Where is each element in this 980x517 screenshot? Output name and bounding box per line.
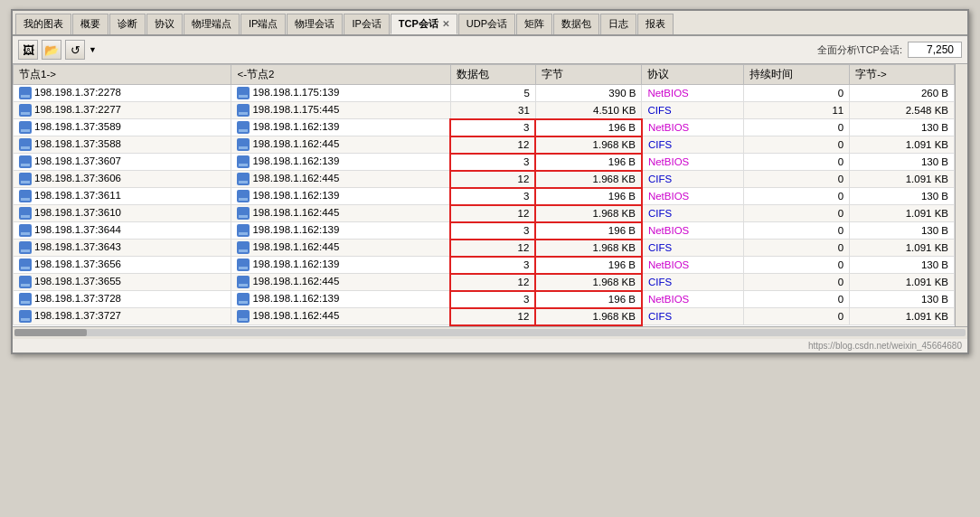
cell-node2: 198.198.1.162:139 <box>231 119 450 136</box>
cell-protocol: NetBIOS <box>642 154 744 171</box>
tab-报表[interactable]: 报表 <box>637 14 674 34</box>
table-row[interactable]: 198.198.1.37:3606198.198.1.162:445121.96… <box>14 171 955 188</box>
cell-packets: 3 <box>450 257 535 274</box>
cell-node2: 198.198.1.175:139 <box>231 85 450 102</box>
tab-label: UDP会话 <box>466 18 507 29</box>
tab-我的图表[interactable]: 我的图表 <box>15 14 71 34</box>
tab-物理端点[interactable]: 物理端点 <box>184 14 240 34</box>
cell-packets: 12 <box>450 240 535 257</box>
network-icon <box>19 87 32 99</box>
tab-close-icon[interactable]: ✕ <box>442 19 449 29</box>
cell-node2: 198.198.1.175:445 <box>231 102 450 119</box>
tab-TCP会话[interactable]: TCP会话✕ <box>391 14 457 34</box>
cell-duration: 0 <box>744 240 850 257</box>
network-icon <box>237 121 250 134</box>
network-icon <box>19 155 32 168</box>
cell-duration: 0 <box>744 85 850 102</box>
cell-node2: 198.198.1.162:139 <box>231 222 450 240</box>
cell-bytes-out: 130 B <box>850 257 955 274</box>
cell-bytes: 196 B <box>535 154 642 171</box>
table-row[interactable]: 198.198.1.37:2277198.198.1.175:445314.51… <box>14 102 955 119</box>
table-row[interactable]: 198.198.1.37:3610198.198.1.162:445121.96… <box>14 205 955 222</box>
table-row[interactable]: 198.198.1.37:3727198.198.1.162:445121.96… <box>14 308 955 325</box>
network-icon <box>19 190 32 202</box>
toolbar-left: 🖼 📂 ↺ ▼ <box>18 40 97 60</box>
cell-protocol: CIFS <box>642 102 744 119</box>
network-icon <box>19 104 32 117</box>
open-button[interactable]: 📂 <box>42 40 61 60</box>
horizontal-scrollbar[interactable] <box>13 326 967 339</box>
network-icon <box>237 87 250 99</box>
tab-矩阵[interactable]: 矩阵 <box>516 14 552 34</box>
cell-bytes: 4.510 KB <box>535 102 642 119</box>
save-button[interactable]: 🖼 <box>18 40 38 60</box>
table-row[interactable]: 198.198.1.37:3656198.198.1.162:1393196 B… <box>14 257 955 274</box>
cell-duration: 0 <box>744 274 850 291</box>
network-icon <box>19 241 32 254</box>
cell-node1: 198.198.1.37:3727 <box>14 308 231 325</box>
tab-诊断[interactable]: 诊断 <box>109 14 146 34</box>
cell-node2: 198.198.1.162:445 <box>231 171 450 188</box>
tab-bar: 我的图表概要诊断协议物理端点IP端点物理会话IP会话TCP会话✕UDP会话矩阵数… <box>13 11 967 36</box>
cell-duration: 0 <box>744 257 850 274</box>
scrollbar-thumb[interactable] <box>14 329 87 336</box>
table-row[interactable]: 198.198.1.37:3607198.198.1.162:1393196 B… <box>14 154 955 171</box>
tab-label: 矩阵 <box>524 18 544 29</box>
tab-IP端点[interactable]: IP端点 <box>240 14 286 34</box>
table-row[interactable]: 198.198.1.37:3611198.198.1.162:1393196 B… <box>14 188 955 205</box>
network-icon <box>19 121 32 134</box>
vertical-scrollbar[interactable] <box>955 64 967 326</box>
analysis-value: 7,250 <box>908 42 962 58</box>
network-icon <box>19 173 32 185</box>
tab-label: 协议 <box>155 18 174 29</box>
table-row[interactable]: 198.198.1.37:3655198.198.1.162:445121.96… <box>14 274 955 291</box>
table-row[interactable]: 198.198.1.37:3728198.198.1.162:1393196 B… <box>14 291 955 308</box>
tab-数据包[interactable]: 数据包 <box>553 14 599 34</box>
network-icon <box>237 293 250 306</box>
cell-duration: 11 <box>744 102 850 119</box>
cell-node1: 198.198.1.37:3656 <box>14 257 231 274</box>
tab-IP会话[interactable]: IP会话 <box>344 14 389 34</box>
cell-bytes-out: 1.091 KB <box>850 274 955 291</box>
refresh-dropdown[interactable]: ▼ <box>89 45 97 54</box>
network-icon <box>237 138 250 151</box>
cell-duration: 0 <box>744 308 850 325</box>
tab-物理会话[interactable]: 物理会话 <box>287 14 343 34</box>
cell-protocol: CIFS <box>642 308 744 325</box>
table-container[interactable]: 节点1-> <-节点2 数据包 字节 协议 持续时间 字节-> 198.198.… <box>13 64 955 326</box>
cell-node2: 198.198.1.162:445 <box>231 274 450 291</box>
cell-node2: 198.198.1.162:445 <box>231 308 450 325</box>
tab-label: 我的图表 <box>24 18 63 29</box>
table-row[interactable]: 198.198.1.37:2278198.198.1.175:1395390 B… <box>14 85 955 102</box>
table-row[interactable]: 198.198.1.37:3643198.198.1.162:445121.96… <box>14 240 955 257</box>
col-duration: 持续时间 <box>744 65 850 85</box>
cell-node2: 198.198.1.162:445 <box>231 136 450 154</box>
tab-UDP会话[interactable]: UDP会话 <box>458 14 515 34</box>
cell-packets: 31 <box>450 102 535 119</box>
cell-node1: 198.198.1.37:3728 <box>14 291 231 308</box>
cell-duration: 0 <box>744 154 850 171</box>
tab-label: 物理端点 <box>192 18 231 29</box>
cell-packets: 3 <box>450 154 535 171</box>
tcp-sessions-table: 节点1-> <-节点2 数据包 字节 协议 持续时间 字节-> 198.198.… <box>13 64 955 326</box>
tab-概要[interactable]: 概要 <box>72 14 108 34</box>
refresh-button[interactable]: ↺ <box>65 40 85 60</box>
table-row[interactable]: 198.198.1.37:3588198.198.1.162:445121.96… <box>14 136 955 154</box>
network-icon <box>237 241 250 254</box>
tab-label: 报表 <box>645 18 665 29</box>
cell-protocol: NetBIOS <box>642 85 744 102</box>
table-row[interactable]: 198.198.1.37:3589198.198.1.162:1393196 B… <box>14 119 955 136</box>
table-row[interactable]: 198.198.1.37:3644198.198.1.162:1393196 B… <box>14 222 955 240</box>
cell-bytes: 196 B <box>535 222 642 240</box>
col-bytes: 字节 <box>535 65 642 85</box>
tab-协议[interactable]: 协议 <box>146 14 183 34</box>
cell-bytes: 1.968 KB <box>535 240 642 257</box>
cell-packets: 3 <box>450 291 535 308</box>
content-area: 节点1-> <-节点2 数据包 字节 协议 持续时间 字节-> 198.198.… <box>13 64 967 326</box>
cell-protocol: CIFS <box>642 136 744 154</box>
tab-label: IP会话 <box>352 18 381 29</box>
tab-日志[interactable]: 日志 <box>600 14 636 34</box>
network-icon <box>19 293 32 306</box>
table-body: 198.198.1.37:2278198.198.1.175:1395390 B… <box>14 85 955 325</box>
cell-bytes-out: 1.091 KB <box>850 205 955 222</box>
